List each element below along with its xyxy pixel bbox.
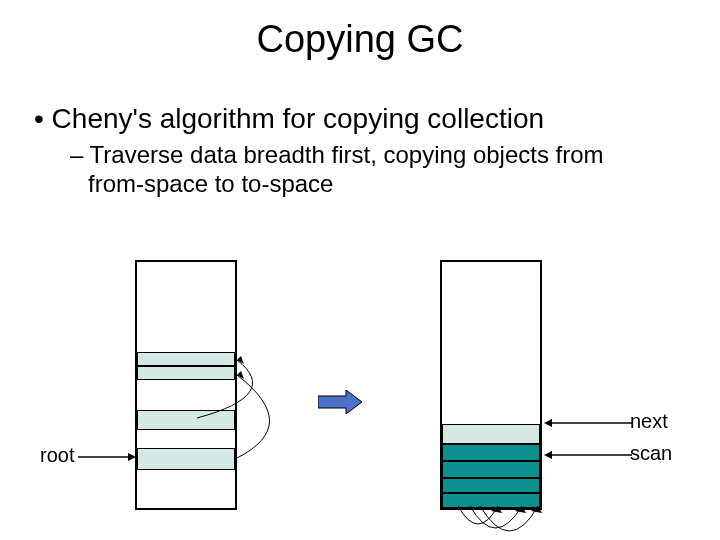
svg-marker-3 <box>128 453 136 461</box>
svg-marker-10 <box>531 506 542 513</box>
scan-arrow-icon <box>542 450 632 460</box>
next-label: next <box>630 410 668 433</box>
svg-marker-8 <box>491 506 502 513</box>
slide-title: Copying GC <box>0 18 720 61</box>
root-label: root <box>40 444 74 467</box>
from-space-box <box>135 260 237 510</box>
from-space-cell <box>137 448 235 470</box>
scan-label: scan <box>630 442 672 465</box>
svg-marker-9 <box>515 506 526 513</box>
from-space-cell <box>137 366 235 380</box>
reference-arcs-right <box>440 506 544 540</box>
from-space-cell <box>137 352 235 366</box>
to-space-cell <box>442 478 540 493</box>
bullet-list: • Cheny's algorithm for copying collecti… <box>0 103 720 199</box>
bullet1-text: Cheny's algorithm for copying collection <box>52 103 544 134</box>
next-arrow-icon <box>542 418 632 428</box>
to-space-cell <box>442 444 540 461</box>
from-space-cell <box>137 410 235 430</box>
bullet-level-2: – Traverse data breadth first, copying o… <box>70 141 660 199</box>
bullet-level-1: • Cheny's algorithm for copying collecti… <box>34 103 720 135</box>
root-arrow-icon <box>78 452 136 462</box>
to-space-root-cell <box>442 424 540 444</box>
forward-pointer-arcs-left <box>237 260 327 510</box>
to-space-cell <box>442 461 540 478</box>
to-space-box <box>440 260 542 510</box>
svg-marker-5 <box>544 419 552 427</box>
bullet2-text: Traverse data breadth first, copying obj… <box>88 141 604 197</box>
svg-marker-7 <box>544 451 552 459</box>
diagram-area: root next scan <box>0 260 720 540</box>
